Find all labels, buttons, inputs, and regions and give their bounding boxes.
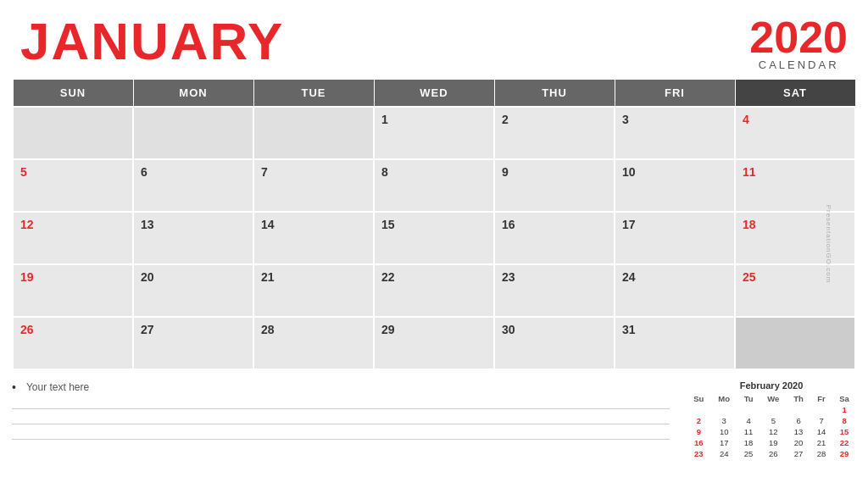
calendar-day: 22	[374, 264, 494, 317]
mini-calendar-table: SuMoTuWeThFrSa 1234567891011121314151617…	[687, 393, 856, 459]
calendar-day: 27	[133, 317, 253, 369]
calendar-day: 29	[374, 317, 494, 369]
mini-day: 7	[810, 415, 832, 426]
mini-header-cell: We	[760, 393, 787, 404]
mini-day	[787, 404, 810, 415]
header-fri: FRI	[615, 80, 735, 108]
calendar-day	[13, 107, 133, 159]
mini-day: 22	[832, 437, 856, 448]
mini-day: 23	[687, 448, 711, 459]
calendar-day: 25	[735, 264, 855, 317]
calendar-day: 19	[13, 264, 133, 317]
calendar-day: 21	[253, 264, 374, 317]
mini-day: 19	[760, 437, 787, 448]
mini-header-cell: Th	[787, 393, 810, 404]
mini-day: 28	[810, 448, 832, 459]
notes-line: • Your text here	[12, 380, 670, 394]
mini-calendar: February 2020 SuMoTuWeThFrSa 12345678910…	[687, 380, 856, 459]
calendar-day: 28	[253, 317, 374, 369]
calendar-day: 1	[374, 107, 494, 159]
mini-day: 13	[787, 426, 810, 437]
mini-day	[687, 404, 711, 415]
mini-day: 11	[737, 426, 760, 437]
calendar-label: CALENDAR	[749, 59, 848, 70]
calendar-day: 2	[494, 107, 615, 159]
mini-header-cell: Mo	[711, 393, 737, 404]
mini-day	[760, 404, 787, 415]
main-calendar: SUN MON TUE WED THU FRI SAT 123456789101…	[12, 79, 856, 370]
calendar-week-4: 262728293031	[13, 317, 855, 369]
year-number: 2020	[749, 15, 848, 59]
header-wed: WED	[374, 80, 494, 108]
calendar-day: 23	[494, 264, 615, 317]
year-block: 2020 CALENDAR	[749, 15, 848, 70]
calendar-week-2: 12131415161718	[13, 212, 855, 264]
mini-week-3: 16171819202122	[687, 437, 856, 448]
calendar-week-3: 19202122232425	[13, 264, 855, 317]
calendar-day: 31	[615, 317, 735, 369]
mini-day: 26	[760, 448, 787, 459]
mini-day: 12	[760, 426, 787, 437]
calendar-day: 6	[133, 159, 253, 212]
mini-day: 3	[711, 415, 737, 426]
calendar-week-1: 567891011	[13, 159, 855, 212]
calendar-day: 9	[494, 159, 615, 212]
calendar-day: 26	[13, 317, 133, 369]
header-tue: TUE	[253, 80, 374, 108]
calendar-day: 17	[615, 212, 735, 264]
calendar-day	[253, 107, 374, 159]
header-sun: SUN	[13, 80, 133, 108]
mini-day: 1	[832, 404, 856, 415]
footer-line-2	[12, 413, 670, 424]
calendar-day: 13	[133, 212, 253, 264]
calendar-day: 4	[735, 107, 855, 159]
calendar-day: 30	[494, 317, 615, 369]
mini-day: 20	[787, 437, 810, 448]
mini-day	[810, 404, 832, 415]
calendar-week-0: 1234	[13, 107, 855, 159]
header-mon: MON	[133, 80, 253, 108]
mini-day: 4	[737, 415, 760, 426]
mini-day: 25	[737, 448, 760, 459]
mini-week-4: 23242526272829	[687, 448, 856, 459]
calendar-day	[735, 317, 855, 369]
mini-day: 27	[787, 448, 810, 459]
calendar-day: 10	[615, 159, 735, 212]
mini-day: 18	[737, 437, 760, 448]
calendar-day: 16	[494, 212, 615, 264]
calendar-day: 5	[13, 159, 133, 212]
notes-text: Your text here	[26, 381, 89, 393]
mini-day	[711, 404, 737, 415]
footer-line-3	[12, 428, 670, 440]
mini-day: 6	[787, 415, 810, 426]
calendar-day: 8	[374, 159, 494, 212]
mini-day: 29	[832, 448, 856, 459]
calendar-day: 3	[615, 107, 735, 159]
mini-header-cell: Su	[687, 393, 711, 404]
mini-calendar-header: SuMoTuWeThFrSa	[687, 393, 856, 404]
mini-week-2: 9101112131415	[687, 426, 856, 437]
calendar-day: 7	[253, 159, 374, 212]
mini-day: 8	[832, 415, 856, 426]
bullet-icon: •	[12, 380, 16, 394]
calendar-day: 18	[735, 212, 855, 264]
header-sat: SAT	[735, 80, 855, 108]
calendar-day: 20	[133, 264, 253, 317]
mini-header-cell: Tu	[737, 393, 760, 404]
mini-day: 9	[687, 426, 711, 437]
mini-week-0: 1	[687, 404, 856, 415]
calendar-day	[133, 107, 253, 159]
mini-day: 21	[810, 437, 832, 448]
mini-header-row: SuMoTuWeThFrSa	[687, 393, 856, 404]
mini-day: 2	[687, 415, 711, 426]
mini-day: 14	[810, 426, 832, 437]
header: JANUARY 2020 CALENDAR	[0, 0, 868, 79]
calendar-day: 24	[615, 264, 735, 317]
mini-header-cell: Fr	[810, 393, 832, 404]
month-title: JANUARY	[20, 15, 284, 68]
mini-calendar-title: February 2020	[687, 380, 856, 391]
footer: • Your text here February 2020 SuMoTuWeT…	[0, 374, 868, 459]
mini-week-1: 2345678	[687, 415, 856, 426]
calendar-day: 15	[374, 212, 494, 264]
calendar-header: SUN MON TUE WED THU FRI SAT	[13, 80, 855, 108]
